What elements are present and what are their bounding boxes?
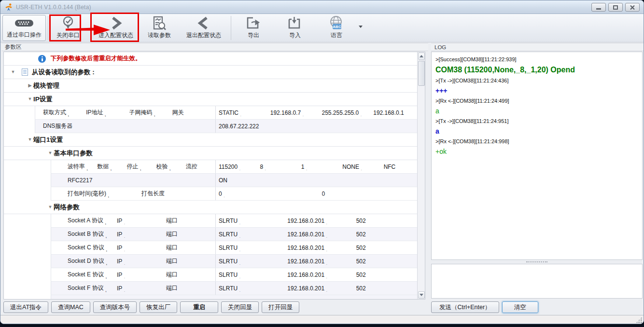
- param-label[interactable]: IP: [117, 231, 166, 238]
- param-value[interactable]: 115200: [219, 164, 260, 170]
- param-label[interactable]: IP: [117, 285, 166, 292]
- param-value[interactable]: SLRTU: [219, 245, 287, 251]
- param-value[interactable]: 192.168.0.201: [287, 218, 356, 224]
- send-button[interactable]: 发送（Ctrl+Enter）: [431, 301, 499, 313]
- param-value[interactable]: 192.168.0.201: [287, 231, 356, 238]
- exit-config-button[interactable]: 退出配置状态: [181, 15, 227, 41]
- close-serial-button[interactable]: 关闭串口: [53, 15, 83, 41]
- import-button[interactable]: 导入: [280, 15, 310, 41]
- restart-button[interactable]: 重启: [180, 301, 218, 313]
- param-label[interactable]: Socket D 协议: [68, 257, 117, 265]
- param-label[interactable]: 数据: [97, 163, 126, 171]
- param-value[interactable]: SLRTU: [219, 285, 287, 292]
- param-value[interactable]: 192.168.0.201: [287, 258, 356, 265]
- param-label[interactable]: 打包时间(毫秒): [68, 190, 141, 198]
- echo-off-button[interactable]: 关闭回显: [221, 301, 259, 313]
- tree-root-row[interactable]: ▼ 从设备读取到的参数 :: [4, 66, 425, 79]
- param-value[interactable]: 502: [356, 245, 425, 251]
- maximize-button[interactable]: [608, 3, 623, 12]
- section-port1-settings[interactable]: ▼ 端口1设置: [4, 133, 425, 147]
- collapse-arrow-icon[interactable]: ▶: [27, 79, 33, 92]
- param-value[interactable]: 192.168.0.201: [287, 245, 356, 251]
- param-scrollbar[interactable]: [417, 52, 425, 299]
- param-value[interactable]: SLRTU: [219, 231, 287, 238]
- param-label[interactable]: Socket B 协议: [68, 230, 117, 238]
- param-label[interactable]: 波特率: [68, 163, 97, 171]
- param-value[interactable]: 208.67.222.222: [219, 123, 425, 130]
- echo-on-button[interactable]: 打开回显: [262, 301, 299, 313]
- section-basic-serial-params[interactable]: ▼ 基本串口参数: [4, 147, 425, 160]
- param-label[interactable]: IP: [117, 258, 166, 265]
- scroll-up-icon[interactable]: [418, 53, 425, 60]
- param-label[interactable]: Socket C 协议: [68, 244, 117, 252]
- param-value[interactable]: 8: [260, 164, 301, 170]
- param-value[interactable]: SLRTU: [219, 258, 287, 265]
- language-button[interactable]: ABC 语言: [321, 15, 352, 41]
- scroll-down-icon[interactable]: [418, 291, 425, 299]
- param-label[interactable]: 获取方式: [43, 109, 86, 117]
- clear-button[interactable]: 清空: [502, 301, 538, 313]
- param-label[interactable]: IP: [117, 245, 166, 251]
- enter-config-button[interactable]: 进入配置状态: [93, 15, 139, 41]
- minimize-button[interactable]: [591, 3, 606, 12]
- param-value[interactable]: SLRTU: [219, 272, 287, 278]
- expand-arrow-icon[interactable]: ▼: [27, 133, 33, 146]
- param-value[interactable]: 0: [322, 191, 425, 197]
- param-label[interactable]: 端口: [166, 217, 215, 225]
- language-dropdown-arrow-icon[interactable]: [359, 26, 363, 28]
- resize-grip[interactable]: [636, 317, 642, 323]
- param-value[interactable]: 502: [356, 231, 425, 238]
- section-module-management[interactable]: ▶ 模块管理: [4, 79, 425, 93]
- param-label[interactable]: DNS服务器: [43, 122, 215, 130]
- param-value[interactable]: STATIC: [219, 109, 270, 116]
- export-button[interactable]: 导出: [238, 15, 269, 41]
- close-button[interactable]: [625, 3, 640, 12]
- param-value[interactable]: 192.168.0.7: [270, 109, 322, 116]
- param-label[interactable]: 网关: [172, 109, 215, 117]
- param-label[interactable]: 端口: [166, 230, 215, 238]
- factory-reset-button[interactable]: 恢复出厂: [140, 301, 177, 313]
- param-label[interactable]: 端口: [166, 244, 215, 252]
- expand-arrow-icon[interactable]: ▼: [10, 66, 16, 79]
- log-splitter[interactable]: [431, 260, 643, 264]
- param-label[interactable]: RFC2217: [68, 177, 215, 184]
- param-value[interactable]: 192.168.0.201: [287, 285, 356, 292]
- log-output[interactable]: >[Success][COM38][11:21:22:939]COM38 (11…: [431, 52, 643, 260]
- param-label[interactable]: IP地址: [86, 109, 129, 117]
- exit-at-command-button[interactable]: 退出AT指令: [3, 301, 48, 313]
- param-value[interactable]: 502: [356, 218, 425, 224]
- section-ip-settings[interactable]: ▼ IP设置: [4, 93, 425, 106]
- operate-via-serial-button[interactable]: 通过串口操作: [2, 15, 46, 41]
- param-label[interactable]: 端口: [166, 257, 215, 265]
- param-label[interactable]: Socket A 协议: [68, 217, 117, 225]
- expand-arrow-icon[interactable]: ▼: [47, 201, 54, 214]
- param-label[interactable]: IP: [117, 218, 166, 224]
- param-label[interactable]: 子网掩码: [129, 109, 172, 117]
- param-value[interactable]: 502: [356, 258, 425, 265]
- query-version-button[interactable]: 查询版本号: [93, 301, 137, 313]
- expand-arrow-icon[interactable]: ▼: [47, 147, 54, 160]
- param-label[interactable]: 校验: [156, 163, 186, 171]
- scrollbar-thumb[interactable]: [418, 61, 425, 86]
- param-value[interactable]: ON: [219, 177, 425, 184]
- param-label[interactable]: IP: [117, 272, 166, 278]
- param-value[interactable]: 1: [301, 164, 342, 170]
- param-label[interactable]: 端口: [166, 284, 215, 292]
- read-params-button[interactable]: 读取参数: [142, 15, 177, 41]
- param-value[interactable]: 502: [356, 285, 425, 292]
- send-input[interactable]: [431, 264, 643, 299]
- query-mac-button[interactable]: 查询MAC: [51, 301, 90, 313]
- section-network-params[interactable]: ▼ 网络参数: [4, 201, 425, 214]
- expand-arrow-icon[interactable]: ▼: [27, 93, 33, 106]
- param-label[interactable]: 端口: [166, 271, 215, 279]
- param-value[interactable]: 502: [356, 272, 425, 278]
- param-value[interactable]: SLRTU: [219, 218, 287, 224]
- param-value[interactable]: 0: [219, 191, 322, 197]
- param-label[interactable]: 打包长度: [141, 190, 215, 198]
- param-value[interactable]: 255.255.255.0: [322, 109, 374, 116]
- param-value[interactable]: NONE: [342, 164, 383, 170]
- param-label[interactable]: 停止: [126, 163, 156, 171]
- param-label[interactable]: 流控: [186, 163, 215, 171]
- param-label[interactable]: Socket F 协议: [68, 284, 117, 292]
- param-value[interactable]: 192.168.0.201: [287, 272, 356, 278]
